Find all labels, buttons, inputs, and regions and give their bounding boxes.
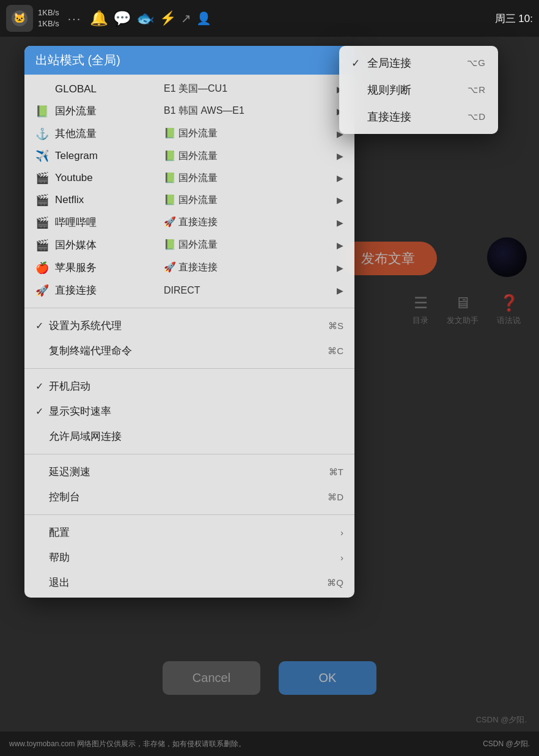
- menubar: 🐱 1KB/s 1KB/s ··· 🔔 💬 🐟 ⚡ ↗ 👤 周三 10:: [0, 0, 539, 37]
- menubar-right: 周三 10:: [495, 12, 533, 26]
- netflix-name: Netflix: [55, 194, 84, 206]
- telegram-server: 📗 国外流量: [164, 150, 218, 163]
- check-icon-global: ✓: [351, 57, 367, 70]
- signal-icon: ↗: [181, 11, 191, 26]
- submenu-item-global[interactable]: ✓ 全局连接 ⌥G: [339, 50, 498, 76]
- extra-config[interactable]: 配置 ›: [24, 520, 354, 545]
- extra-quit[interactable]: 退出 ⌘Q: [24, 570, 354, 595]
- bg-toolbar: ☰ 目录 🖥 发文助手 ❓ 语法说: [413, 294, 521, 326]
- cancel-button[interactable]: Cancel: [163, 661, 260, 695]
- divider-3: [24, 454, 354, 454]
- battery-icon: ⚡: [160, 10, 176, 26]
- netflix-emoji: 🎬: [35, 193, 51, 207]
- bg-avatar: [487, 237, 527, 277]
- submenu-item-direct[interactable]: 直接连接 ⌥D: [339, 103, 498, 130]
- youtube-emoji: 🎬: [35, 171, 51, 185]
- netflix-arrow-icon: ▶: [337, 195, 343, 205]
- toggle-autostart[interactable]: ✓ 开机启动: [24, 374, 354, 399]
- foreign-media-arrow-icon: ▶: [337, 240, 343, 250]
- foreign-name: 国外流量: [55, 104, 97, 118]
- bilibili-arrow-icon: ▶: [337, 218, 343, 228]
- toggle-autostart-label: 开机启动: [49, 379, 343, 393]
- direct-server: DIRECT: [164, 285, 200, 296]
- footer-right-text: CSDN @夕阳.: [483, 739, 530, 749]
- action-latency-test[interactable]: 延迟测速 ⌘T: [24, 459, 354, 484]
- check-autostart: ✓: [35, 380, 49, 392]
- route-item-direct[interactable]: 🚀 直接连接 DIRECT ▶: [24, 279, 354, 302]
- route-item-netflix[interactable]: 🎬 Netflix 📗 国外流量 ▶: [24, 189, 354, 211]
- csdn-watermark: CSDN @夕阳.: [476, 714, 527, 725]
- settings-section: ✓ 设置为系统代理 ⌘S 复制终端代理命令 ⌘C: [24, 311, 354, 366]
- footer-left-text: www.toymoban.com 网络图片仅供展示，非存储，如有侵权请联系删除。: [9, 739, 246, 749]
- shortcut-copy-terminal: ⌘C: [328, 346, 343, 357]
- submenu-item-rule[interactable]: 规则判断 ⌥R: [339, 76, 498, 103]
- check-system-proxy: ✓: [35, 320, 49, 332]
- action-console[interactable]: 控制台 ⌘D: [24, 484, 354, 510]
- toggle-section: ✓ 开机启动 ✓ 显示实时速率 允许局域网连接: [24, 371, 354, 451]
- toolbar-item-toc[interactable]: ☰ 目录: [413, 294, 428, 326]
- toggle-realtime-speed[interactable]: ✓ 显示实时速率: [24, 399, 354, 424]
- outbound-mode-header[interactable]: 出站模式 (全局) ›: [24, 46, 354, 75]
- route-item-youtube[interactable]: 🎬 Youtube 📗 国外流量 ▶: [24, 167, 354, 189]
- route-item-global[interactable]: GLOBAL E1 美国—CU1 ▶: [24, 78, 354, 100]
- apple-emoji: 🍎: [35, 261, 51, 275]
- toolbar-item-publish[interactable]: 🖥 发文助手: [447, 294, 479, 326]
- route-item-apple[interactable]: 🍎 苹果服务 🚀 直接连接 ▶: [24, 256, 354, 279]
- divider-1: [24, 308, 354, 308]
- route-section: GLOBAL E1 美国—CU1 ▶ 📗 国外流量 B1 韩国 AWS—E1 ▶…: [24, 75, 354, 305]
- other-emoji: ⚓: [35, 127, 51, 141]
- bilibili-emoji: 🎬: [35, 216, 51, 229]
- route-item-bilibili[interactable]: 🎬 哔哩哔哩 🚀 直接连接 ▶: [24, 211, 354, 234]
- settings-copy-terminal-label: 复制终端代理命令: [49, 344, 328, 358]
- fish-icon[interactable]: 🐟: [136, 10, 155, 27]
- extra-help[interactable]: 帮助 ›: [24, 545, 354, 570]
- shortcut-latency: ⌘T: [329, 467, 343, 478]
- bilibili-server: 🚀 直接连接: [164, 216, 218, 229]
- bilibili-name: 哔哩哔哩: [55, 215, 97, 229]
- telegram-arrow-icon: ▶: [337, 151, 343, 161]
- action-section: 延迟测速 ⌘T 控制台 ⌘D: [24, 457, 354, 512]
- direct-name: 直接连接: [55, 283, 97, 297]
- foreign-media-name: 国外媒体: [55, 238, 97, 252]
- youtube-name: Youtube: [55, 172, 93, 184]
- apple-name: 苹果服务: [55, 261, 97, 275]
- youtube-arrow-icon: ▶: [337, 173, 343, 183]
- wechat-icon[interactable]: 💬: [113, 10, 131, 27]
- settings-copy-terminal[interactable]: 复制终端代理命令 ⌘C: [24, 338, 354, 363]
- settings-system-proxy-label: 设置为系统代理: [49, 319, 328, 333]
- route-item-foreign-media[interactable]: 🎬 国外媒体 📗 国外流量 ▶: [24, 234, 354, 256]
- footer: www.toymoban.com 网络图片仅供展示，非存储，如有侵权请联系删除。…: [0, 732, 539, 756]
- extra-section: 配置 › 帮助 › 退出 ⌘Q: [24, 517, 354, 598]
- publish-icon: 🖥: [455, 294, 471, 313]
- settings-system-proxy[interactable]: ✓ 设置为系统代理 ⌘S: [24, 313, 354, 338]
- other-name: 其他流量: [55, 127, 97, 141]
- toggle-allow-lan[interactable]: 允许局域网连接: [24, 424, 354, 449]
- netflix-server: 📗 国外流量: [164, 194, 218, 207]
- foreign-emoji: 📗: [35, 105, 51, 118]
- foreign-media-server: 📗 国外流量: [164, 239, 218, 251]
- route-item-other[interactable]: ⚓ 其他流量 📗 国外流量 ▶: [24, 122, 354, 145]
- global-server: E1 美国—CU1: [164, 83, 227, 95]
- quit-label: 退出: [49, 576, 327, 590]
- route-item-telegram[interactable]: ✈️ Telegram 📗 国外流量 ▶: [24, 145, 354, 167]
- app-icon[interactable]: 🐱: [6, 5, 33, 32]
- other-server: 📗 国外流量: [164, 127, 218, 140]
- ok-button[interactable]: OK: [279, 661, 376, 695]
- apple-arrow-icon: ▶: [337, 263, 343, 273]
- shortcut-quit: ⌘Q: [327, 577, 343, 588]
- bg-dialog-buttons: Cancel OK: [0, 661, 539, 695]
- console-label: 控制台: [49, 490, 328, 504]
- notification-icon[interactable]: 🔔: [90, 10, 108, 27]
- account-icon: 👤: [196, 11, 211, 26]
- toggle-allow-lan-label: 允许局域网连接: [49, 429, 343, 443]
- toolbar-item-syntax[interactable]: ❓ 语法说: [497, 294, 521, 326]
- more-icon[interactable]: ···: [64, 12, 86, 26]
- toc-icon: ☰: [414, 294, 428, 313]
- syntax-icon: ❓: [499, 294, 519, 313]
- apple-server: 🚀 直接连接: [164, 261, 218, 274]
- divider-4: [24, 514, 354, 515]
- direct-arrow-icon: ▶: [337, 286, 343, 295]
- foreign-media-emoji: 🎬: [35, 239, 51, 252]
- foreign-server: B1 韩国 AWS—E1: [164, 105, 244, 117]
- route-item-foreign[interactable]: 📗 国外流量 B1 韩国 AWS—E1 ▶: [24, 100, 354, 122]
